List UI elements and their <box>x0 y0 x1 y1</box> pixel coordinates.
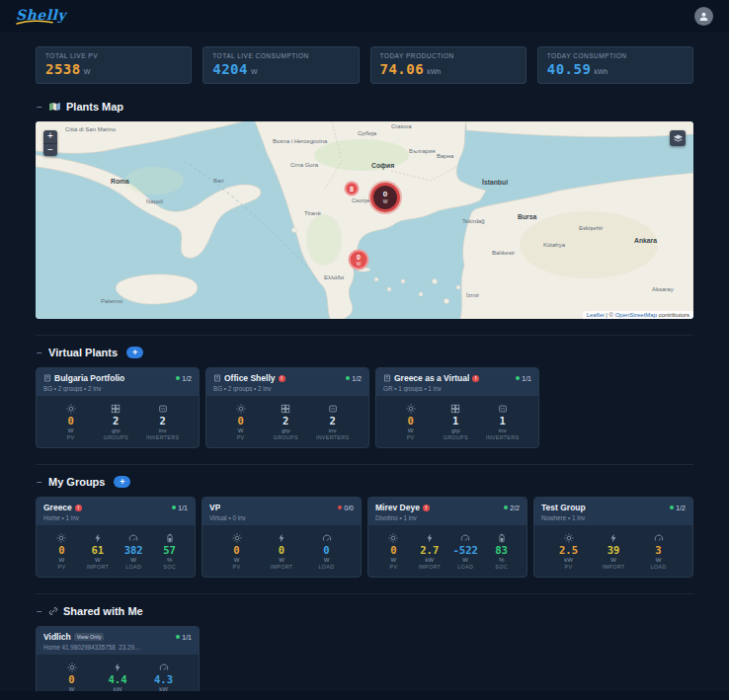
plant-title: Greece as a Virtual <box>394 373 469 383</box>
add-group-button[interactable]: + <box>114 476 130 488</box>
shared-title: Vidlich <box>43 632 71 642</box>
zoom-out-button[interactable]: − <box>43 143 57 156</box>
person-icon <box>698 11 709 22</box>
kpi-unit: W <box>84 68 91 75</box>
kpi-total-live-pv: TOTAL LIVE PV 2538W <box>36 46 192 84</box>
add-virtual-plant-button[interactable]: + <box>126 347 143 358</box>
shared-row: Vidlich View Only 1/1 Home 41.9802984335… <box>36 626 693 700</box>
group-card[interactable]: Mirev Deye ! 2/2 Divotino • 1 inv 0 W PV <box>367 497 527 578</box>
kpi-unit: kWh <box>427 68 441 75</box>
map-label: Kütahya <box>543 242 566 248</box>
map-label: Balıkesir <box>492 250 515 256</box>
sun-icon <box>67 662 77 672</box>
map-label: София <box>371 162 394 170</box>
groups-icon <box>450 404 460 414</box>
collapse-toggle[interactable]: − <box>36 102 43 113</box>
collapse-toggle[interactable]: − <box>36 348 43 358</box>
kpi-value: 40.59 <box>547 61 592 77</box>
stat-inverters: 2 inv INVERTERS <box>146 404 179 440</box>
plant-subtitle: BG • 2 groups • 2 inv <box>213 385 362 392</box>
status-badge: 1/1 <box>173 634 192 641</box>
shared-section: − Shared with Me Vidlich View Only 1/1 H… <box>36 593 693 700</box>
virtual-plant-card[interactable]: Greece as a Virtual ! 1/1 GR • 1 groups … <box>375 367 539 448</box>
stat-groups: 2 grp GROUPS <box>271 404 300 440</box>
section-title: Virtual Plants <box>48 347 118 358</box>
layers-control[interactable] <box>670 130 686 146</box>
status-dot <box>346 376 350 380</box>
virtual-plant-card[interactable]: Office Shelly ! 1/2 BG • 2 groups • 2 in… <box>205 367 369 448</box>
groups-icon <box>111 404 121 414</box>
status-badge: 2/2 <box>501 505 520 511</box>
group-card[interactable]: VP 0/0 Virtual • 0 inv 0 W PV 0 <box>202 497 362 578</box>
map-label: Eskişehir <box>579 225 603 231</box>
stat-pv: 0 W PV <box>222 533 252 570</box>
virtual-plants-section: − Virtual Plants + Bulgaria Portfolio 1/… <box>36 335 693 448</box>
map-label: Ankara <box>634 237 657 244</box>
kpi-unit: kWh <box>594 68 608 75</box>
stat-import: 39 W IMPORT <box>599 533 628 570</box>
kpi-label: TOTAL LIVE PV <box>45 52 182 59</box>
group-title: Test Group <box>541 503 586 512</box>
map-cluster-marker[interactable]: 0 W <box>370 183 400 212</box>
bolt-icon <box>113 662 122 672</box>
inverter-icon <box>328 404 338 414</box>
bolt-icon <box>277 533 286 543</box>
map-label: Варна <box>437 153 454 159</box>
plants-map[interactable]: Città di San MarinoRomaNapoliBariPalermo… <box>36 121 693 319</box>
sun-icon <box>406 404 416 414</box>
shared-plant-card[interactable]: Vidlich View Only 1/1 Home 41.9802984335… <box>36 626 200 700</box>
kpi-value: 74.06 <box>380 61 425 77</box>
status-badge: 1/1 <box>169 505 188 511</box>
battery-icon <box>497 533 507 543</box>
map-label: Crna Gora <box>290 162 319 168</box>
map-cluster-marker[interactable]: 8 <box>345 182 360 196</box>
collapse-toggle[interactable]: − <box>36 477 43 488</box>
map-label: Craiova <box>391 123 412 129</box>
virtual-plants-row: Bulgaria Portfolio 1/2 BG • 2 groups • 2… <box>36 367 693 448</box>
kpi-total-live-consumption: TOTAL LIVE CONSUMPTION 4204W <box>202 46 359 84</box>
group-subtitle: Divotino • 1 inv <box>375 514 520 521</box>
stat-inverters: 1 inv INVERTERS <box>486 404 519 440</box>
sun-icon <box>564 533 574 543</box>
status-badge: 1/2 <box>667 505 686 511</box>
kpi-label: TOTAL LIVE CONSUMPTION <box>212 52 349 59</box>
stat-pv: 0 W PV <box>378 533 408 570</box>
status-badge: 1/2 <box>343 375 362 382</box>
alert-badge: ! <box>423 505 430 511</box>
status-dot <box>172 506 176 509</box>
map-label: Bursa <box>518 213 536 220</box>
main-content: TOTAL LIVE PV 2538W TOTAL LIVE CONSUMPTI… <box>0 46 729 700</box>
map-label: Србија <box>358 130 377 136</box>
status-dot <box>670 506 674 509</box>
osm-link[interactable]: OpenStreetMap <box>615 312 657 318</box>
user-avatar-button[interactable] <box>694 7 713 26</box>
gauge-icon <box>128 533 138 543</box>
map-cluster-marker[interactable]: 0 W <box>349 250 369 271</box>
zoom-in-button[interactable]: + <box>43 130 57 143</box>
group-title: VP <box>209 503 220 512</box>
virtual-plant-card[interactable]: Bulgaria Portfolio 1/2 BG • 2 groups • 2… <box>36 367 200 448</box>
group-card[interactable]: Test Group 1/2 Nowhere • 1 inv 2.5 kW PV… <box>533 497 693 578</box>
section-title: Shared with Me <box>63 605 143 617</box>
group-subtitle: Nowhere • 1 inv <box>541 514 686 521</box>
building-icon <box>383 374 391 382</box>
layers-icon <box>673 133 684 144</box>
group-title: Greece <box>43 503 72 512</box>
map-label: Aksaray <box>652 286 674 292</box>
map-label: Bari <box>213 178 224 184</box>
leaflet-link[interactable]: Leaflet <box>587 312 605 318</box>
stat-pv: 0 W PV <box>56 404 86 440</box>
kpi-unit: W <box>251 68 258 75</box>
group-card[interactable]: Greece ! 1/1 Home • 1 inv 0 W PV <box>36 497 196 578</box>
plant-title: Bulgaria Portfolio <box>54 373 124 383</box>
battery-icon <box>165 533 175 543</box>
kpi-value: 4204 <box>212 61 248 77</box>
gauge-icon <box>322 533 332 543</box>
stat-soc: 57 % SOC <box>155 533 185 570</box>
status-badge: 1/2 <box>173 375 192 382</box>
stat-import: 0 W IMPORT <box>267 533 296 570</box>
stat-groups: 1 grp GROUPS <box>441 404 470 440</box>
map-label: Città di San Marino <box>65 126 117 132</box>
building-icon <box>213 374 221 382</box>
collapse-toggle[interactable]: − <box>36 606 43 617</box>
